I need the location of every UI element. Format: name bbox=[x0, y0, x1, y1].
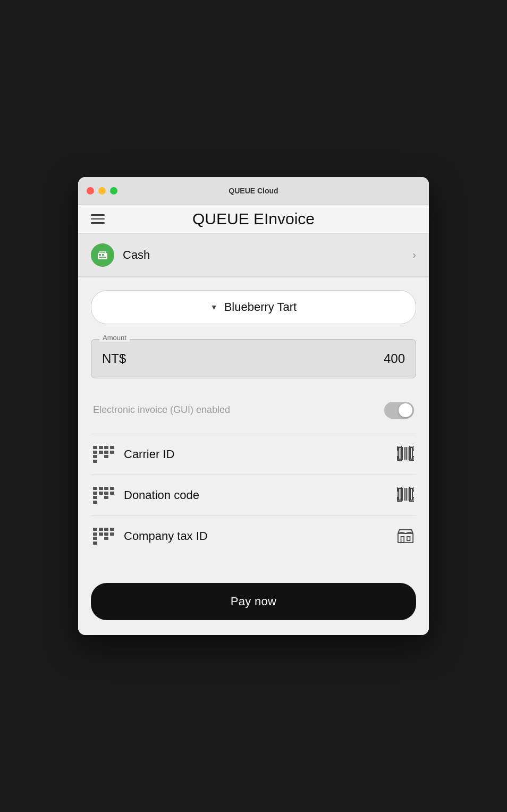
amount-value: 400 bbox=[384, 351, 405, 366]
product-label: Blueberry Tart bbox=[224, 300, 297, 314]
svg-rect-18 bbox=[405, 488, 407, 501]
chevron-right-icon: › bbox=[412, 249, 416, 261]
window-controls bbox=[87, 187, 117, 194]
svg-rect-20 bbox=[409, 488, 411, 501]
svg-rect-17 bbox=[404, 488, 405, 501]
barcode-icon bbox=[397, 487, 414, 504]
svg-rect-3 bbox=[99, 257, 106, 258]
svg-rect-1 bbox=[99, 254, 101, 256]
svg-rect-24 bbox=[407, 537, 410, 541]
keyboard-icon bbox=[93, 527, 114, 546]
product-dropdown[interactable]: ▼ Blueberry Tart bbox=[91, 290, 416, 324]
company-tax-id-label: Company tax ID bbox=[124, 529, 397, 543]
pay-button-container: Pay now bbox=[78, 572, 429, 635]
svg-rect-9 bbox=[404, 447, 405, 460]
maximize-button[interactable] bbox=[110, 187, 117, 194]
amount-wrapper: Amount NT$ 400 bbox=[91, 339, 416, 378]
window-title: QUEUE Cloud bbox=[229, 187, 278, 195]
app-header: QUEUE EInvoice bbox=[78, 205, 429, 234]
donation-code-label: Donation code bbox=[124, 488, 397, 502]
titlebar: QUEUE Cloud bbox=[78, 177, 429, 205]
svg-rect-5 bbox=[100, 251, 105, 252]
cash-icon-circle bbox=[91, 243, 114, 267]
amount-label: Amount bbox=[99, 334, 130, 342]
toggle-thumb bbox=[399, 403, 412, 417]
app-window: QUEUE Cloud QUEUE EInvoice Cas bbox=[78, 177, 429, 635]
svg-rect-10 bbox=[405, 447, 407, 460]
dropdown-arrow-icon: ▼ bbox=[210, 303, 218, 311]
content-area: Cash › ▼ Blueberry Tart Amount NT$ 400 E… bbox=[78, 234, 429, 635]
svg-rect-0 bbox=[98, 253, 107, 259]
svg-rect-22 bbox=[398, 534, 413, 543]
svg-rect-23 bbox=[401, 537, 404, 543]
donation-code-row[interactable]: Donation code bbox=[91, 475, 416, 515]
amount-currency: NT$ bbox=[102, 351, 126, 366]
menu-button[interactable] bbox=[91, 214, 105, 224]
carrier-id-row[interactable]: Carrier ID bbox=[91, 434, 416, 475]
svg-rect-8 bbox=[401, 447, 403, 460]
pay-now-button[interactable]: Pay now bbox=[91, 583, 416, 620]
svg-rect-19 bbox=[408, 488, 409, 501]
minimize-button[interactable] bbox=[98, 187, 106, 194]
form-area: ▼ Blueberry Tart Amount NT$ 400 Electron… bbox=[78, 277, 429, 556]
keyboard-icon bbox=[93, 445, 114, 464]
cash-row[interactable]: Cash › bbox=[78, 234, 429, 277]
company-tax-id-row[interactable]: Company tax ID bbox=[91, 515, 416, 556]
cash-label: Cash bbox=[123, 248, 412, 262]
store-icon bbox=[397, 527, 414, 545]
svg-rect-15 bbox=[400, 488, 401, 501]
cash-register-icon bbox=[96, 249, 109, 261]
carrier-id-label: Carrier ID bbox=[124, 447, 397, 461]
barcode-icon bbox=[397, 446, 414, 463]
svg-rect-2 bbox=[102, 254, 104, 256]
svg-rect-16 bbox=[401, 488, 403, 501]
einvoice-toggle-label: Electronic invoice (GUI) enabled bbox=[93, 404, 230, 416]
einvoice-toggle[interactable] bbox=[384, 402, 414, 419]
einvoice-toggle-row: Electronic invoice (GUI) enabled bbox=[91, 393, 416, 427]
keyboard-icon bbox=[93, 486, 114, 505]
close-button[interactable] bbox=[87, 187, 94, 194]
amount-field[interactable]: NT$ 400 bbox=[91, 339, 416, 378]
svg-rect-7 bbox=[400, 447, 401, 460]
app-title: QUEUE EInvoice bbox=[192, 210, 315, 228]
svg-rect-11 bbox=[408, 447, 409, 460]
svg-rect-12 bbox=[409, 447, 411, 460]
